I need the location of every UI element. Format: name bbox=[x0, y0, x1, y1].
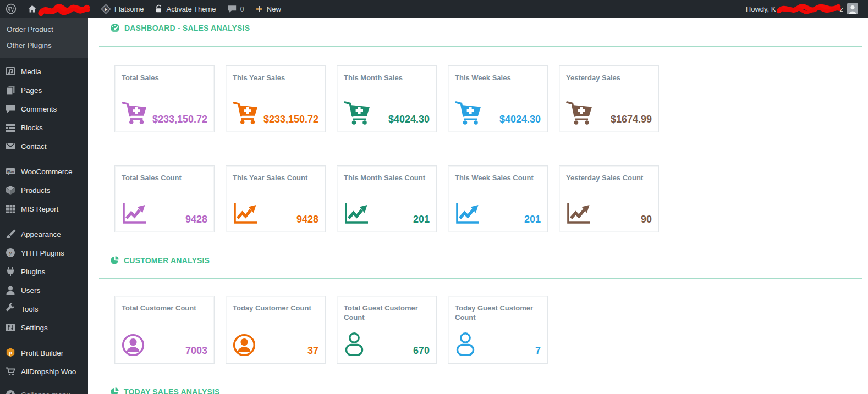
chart-line-icon bbox=[122, 202, 147, 225]
wrench-icon bbox=[5, 303, 16, 314]
user-circle-icon bbox=[122, 334, 145, 357]
stat-card-today-guest-customer-count: Today Guest Customer Count 7 bbox=[448, 296, 548, 364]
chart-line-icon bbox=[233, 202, 258, 225]
comments-item[interactable]: 0 bbox=[222, 0, 250, 18]
customer-cards-row: Total Customer Count 7003 Today Customer… bbox=[110, 296, 862, 364]
sidebar-item-contact[interactable]: Contact bbox=[0, 137, 88, 156]
sidebar-item-plugins[interactable]: Plugins bbox=[0, 262, 88, 281]
wordpress-logo-icon bbox=[6, 3, 17, 14]
section-divider bbox=[99, 46, 862, 47]
appearance-brush-icon bbox=[5, 229, 16, 240]
stat-value: $1674.99 bbox=[611, 114, 652, 125]
stat-value: $233,150.72 bbox=[263, 114, 318, 125]
sidebar-item-profit-builder[interactable]: p Profit Builder bbox=[0, 343, 88, 362]
sidebar-item-media[interactable]: Media bbox=[0, 62, 88, 81]
stat-value: 9428 bbox=[185, 214, 207, 225]
sidebar-item-comments[interactable]: Comments bbox=[0, 99, 88, 118]
collapse-arrow-icon bbox=[5, 389, 16, 394]
stat-value: 670 bbox=[413, 346, 430, 357]
sidebar-item-blocks[interactable]: Blocks bbox=[0, 118, 88, 137]
section-heading-today: TODAY SALES ANALYSIS bbox=[110, 387, 862, 394]
svg-text:F: F bbox=[105, 6, 107, 12]
flatsome-icon: F bbox=[101, 4, 111, 14]
sidebar-subitem-other-plugins[interactable]: Other Plugins bbox=[0, 37, 88, 53]
svg-text:y: y bbox=[9, 249, 12, 256]
sidebar-item-pages[interactable]: Pages bbox=[0, 81, 88, 99]
sales-cards-row: Total Sales $233,150.72 This Year Sales … bbox=[110, 65, 862, 132]
howdy-account-item[interactable]: Howdy, K z bbox=[740, 0, 864, 18]
dashboard-gauge-icon bbox=[110, 23, 120, 33]
avatar bbox=[847, 3, 858, 14]
stat-value: $4024.30 bbox=[499, 114, 541, 125]
stat-card-total-customer-count: Total Customer Count 7003 bbox=[114, 296, 215, 364]
stat-card-this-year-sales-count: This Year Sales Count 9428 bbox=[226, 165, 326, 232]
settings-sliders-icon bbox=[5, 322, 16, 333]
stat-card-total-guest-customer-count: Total Guest Customer Count 670 bbox=[337, 296, 437, 364]
wordpress-menu[interactable] bbox=[0, 0, 22, 18]
sidebar-item-alidropship-woo[interactable]: AliDropship Woo bbox=[0, 362, 88, 381]
pages-icon bbox=[5, 85, 16, 96]
user-outline-icon bbox=[344, 331, 365, 357]
redaction-scribble bbox=[38, 1, 91, 18]
section-divider bbox=[99, 278, 862, 279]
comments-count: 0 bbox=[240, 5, 244, 13]
stat-value: 7 bbox=[535, 346, 541, 357]
user-icon bbox=[5, 285, 16, 296]
woocommerce-icon: Woo bbox=[5, 166, 16, 177]
stat-card-this-week-sales-count: This Week Sales Count 201 bbox=[448, 165, 548, 232]
sidebar-open-submenu: Order Product Other Plugins bbox=[0, 18, 88, 58]
flatsome-item[interactable]: F Flatsome bbox=[95, 0, 149, 18]
stat-card-yesterday-sales-count: Yesterday Sales Count 90 bbox=[559, 165, 659, 232]
new-label: New bbox=[267, 5, 281, 13]
profit-builder-icon: p bbox=[5, 347, 16, 358]
section-heading-customer: CUSTOMER ANALYSIS bbox=[110, 256, 862, 265]
stat-value: 7003 bbox=[185, 346, 207, 357]
stat-value: 201 bbox=[413, 214, 430, 225]
sidebar-item-yith-plugins[interactable]: y YITH Plugins bbox=[0, 243, 88, 262]
chart-line-icon bbox=[566, 202, 591, 225]
stat-value: 201 bbox=[524, 214, 541, 225]
cart-plus-icon bbox=[344, 100, 372, 125]
stat-value: $233,150.72 bbox=[152, 114, 207, 125]
stat-value: 9428 bbox=[296, 214, 318, 225]
sidebar-item-appearance[interactable]: Appearance bbox=[0, 225, 88, 243]
pie-chart-icon bbox=[110, 387, 119, 394]
home-icon bbox=[28, 4, 37, 14]
sidebar-separator bbox=[0, 156, 88, 162]
activate-theme-item[interactable]: Activate Theme bbox=[149, 0, 221, 18]
section-title: DASHBOARD - SALES ANALYSIS bbox=[124, 24, 250, 32]
sales-count-cards-row: Total Sales Count 9428 This Year Sales C… bbox=[110, 165, 862, 232]
plugins-plug-icon bbox=[5, 266, 16, 277]
stat-card-this-year-sales: This Year Sales $233,150.72 bbox=[226, 65, 326, 132]
stat-card-total-sales: Total Sales $233,150.72 bbox=[114, 65, 215, 132]
report-table-icon bbox=[5, 203, 16, 214]
alidropship-cart-icon bbox=[5, 366, 16, 377]
admin-bar: F Flatsome Activate Theme 0 New Howdy, K bbox=[0, 0, 868, 18]
howdy-prefix: Howdy, K bbox=[746, 5, 776, 13]
sidebar: Order Product Other Plugins Media Pages … bbox=[0, 18, 88, 394]
pie-chart-icon bbox=[110, 256, 119, 265]
sidebar-separator bbox=[0, 337, 88, 343]
stat-card-total-sales-count: Total Sales Count 9428 bbox=[114, 165, 215, 232]
plus-icon bbox=[255, 5, 263, 13]
user-outline-icon bbox=[455, 331, 476, 357]
sidebar-item-tools[interactable]: Tools bbox=[0, 299, 88, 318]
sidebar-item-mis-report[interactable]: MIS Report bbox=[0, 199, 88, 218]
stat-card-today-customer-count: Today Customer Count 37 bbox=[226, 296, 326, 364]
media-icon bbox=[5, 66, 16, 77]
unlock-icon bbox=[155, 4, 163, 14]
sidebar-item-woocommerce[interactable]: Woo WooCommerce bbox=[0, 162, 88, 181]
sidebar-subitem-order-product[interactable]: Order Product bbox=[0, 21, 88, 37]
sidebar-collapse-menu[interactable]: Collapse menu bbox=[0, 385, 88, 394]
new-item[interactable]: New bbox=[250, 0, 287, 18]
site-name-item[interactable] bbox=[22, 0, 95, 18]
stat-card-this-month-sales-count: This Month Sales Count 201 bbox=[337, 165, 437, 232]
cart-plus-icon bbox=[455, 100, 484, 125]
svg-text:Woo: Woo bbox=[7, 170, 14, 173]
redaction-scribble bbox=[776, 2, 841, 16]
sidebar-item-settings[interactable]: Settings bbox=[0, 318, 88, 337]
sidebar-item-users[interactable]: Users bbox=[0, 281, 88, 299]
main-content: DASHBOARD - SALES ANALYSIS Total Sales $… bbox=[88, 18, 868, 394]
cart-plus-icon bbox=[122, 100, 149, 125]
sidebar-item-products[interactable]: Products bbox=[0, 181, 88, 199]
